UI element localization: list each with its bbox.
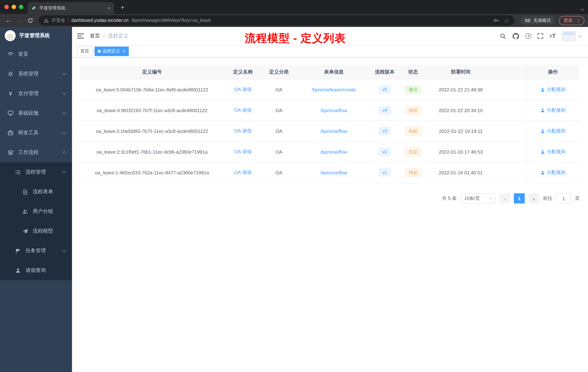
tab-close-icon[interactable]: × [108,5,111,11]
tab-search-icon[interactable] [581,5,584,12]
maximize-window-button[interactable] [19,5,23,9]
url-divider [68,18,69,23]
new-tab-button[interactable]: + [118,3,127,12]
definition-name-link[interactable]: OA 请假 [234,170,252,175]
sidebar-item-devtools[interactable]: 研发工具 [0,123,72,143]
tag-process-definition[interactable]: 流程定义 × [94,46,128,56]
definition-id: oa_leave:3:1fad3d93-7b75-11ec-a3c8-acde4… [79,128,225,134]
definition-category: OA [261,149,297,154]
definition-id: oa_leave:5:004b710b-7b8a-11ec-8ef0-acde4… [79,87,225,92]
assign-rule-link[interactable]: 分配规则 [540,107,566,114]
deploy-time: 2022-01-22 20:34:10 [428,108,494,113]
col-actions: 操作 [526,65,580,79]
logo-title: 芋道管理系统 [19,33,50,39]
back-button[interactable]: ← [4,16,13,25]
definition-name-link[interactable]: OA 请假 [234,87,252,92]
browser-tab[interactable]: 芋道管理系统 × [28,2,114,14]
deploy-time: 2022-01-16 01:40:51 [428,170,494,175]
sidebar-item-home[interactable]: 首页 [0,44,72,64]
help-icon[interactable]: ? [526,33,531,39]
sidebar-item-user-group[interactable]: 用户分组 [0,202,72,221]
breadcrumb-current: 流程定义 [108,33,128,39]
incognito-badge: 无痕模式 [520,16,555,25]
sidebar-item-process-manage[interactable]: 流程管理 [0,162,72,182]
page-number-current[interactable]: 1 [514,193,525,203]
next-page-button[interactable]: › [528,193,539,203]
sidebar-logo: 芋道管理系统 [0,27,72,44]
user-icon [540,170,545,175]
definition-name-link[interactable]: OA 请假 [234,107,252,113]
bookmark-star-icon[interactable]: ☆ [504,18,509,23]
user-group-icon [22,208,28,215]
form-info-link[interactable]: /bpm/oa/flow [320,128,347,134]
infrastructure-icon [7,110,14,117]
assign-rule-link[interactable]: 分配规则 [540,86,566,93]
tags-view-bar: 首页 流程定义 × [72,45,588,57]
minimize-window-button[interactable] [12,5,16,9]
breadcrumb-home[interactable]: 首页 [90,33,100,39]
tag-home[interactable]: 首页 [77,46,92,56]
chevron-down-icon [489,196,493,199]
form-info-link[interactable]: /bpm/oa/flow [320,108,347,113]
sidebar-item-payment[interactable]: ¥ 支付管理 [0,84,72,103]
chevron-up-icon [62,151,66,155]
page-content: 定义编号 定义名称 定义分类 表单信息 流程版本 状态 部署时间 操作 oa_l… [72,57,588,372]
tag-close-icon[interactable]: × [123,49,125,54]
version-tag: v4 [379,106,390,114]
sidebar-item-leave-query[interactable]: 请假查询 [0,261,72,280]
table-row: oa_leave:3:1fad3d93-7b75-11ec-a3c8-acde4… [79,121,580,142]
sidebar-item-system[interactable]: 系统管理 [0,64,72,84]
status-badge: 挂起 [405,147,421,156]
form-info-link[interactable]: /bpm/oa/leave/create [312,87,356,92]
incognito-label: 无痕模式 [534,17,551,23]
sidebar-item-workflow[interactable]: 工作流程 [0,143,72,162]
browser-menu-icon[interactable]: ⋮ [576,17,581,23]
tab-favicon-icon [31,5,36,11]
fullscreen-icon[interactable] [538,33,544,39]
definition-name-link[interactable]: OA 请假 [234,128,252,134]
yen-icon: ¥ [7,90,14,97]
assign-rule-link[interactable]: 分配规则 [540,128,566,134]
status-badge: 挂起 [405,168,421,177]
definition-name-link[interactable]: OA 请假 [234,149,252,154]
page-size-select[interactable]: 10条/页 [460,193,496,203]
assign-rule-link[interactable]: 分配规则 [540,169,566,176]
password-key-icon[interactable] [493,17,499,23]
reload-button[interactable] [25,16,35,25]
goto-page-input[interactable]: 1 [556,193,571,203]
search-icon[interactable] [500,33,506,39]
col-form-info: 表单信息 [297,69,371,75]
avatar-caret-down-icon[interactable] [578,34,582,37]
col-deploy-time: 部署时间 [428,69,494,75]
chevron-down-icon [62,111,66,114]
status-badge: 挂起 [405,127,421,136]
address-bar[interactable]: 不安全 dashboard.yudao.iocoder.cn /bpm/mana… [39,15,514,25]
sidebar-item-infrastructure[interactable]: 基础设施 [0,103,72,123]
definition-category: OA [261,128,297,134]
deploy-time: 2022-01-22 21:48:38 [428,87,494,92]
sidebar-item-process-model[interactable]: 流程模型 [0,221,72,241]
dashboard-icon [7,51,14,57]
version-tag: v1 [379,169,390,176]
table-row: oa_leave:2:3c1f0ef1-76b1-11ec-9c66-a2380… [79,142,580,162]
update-chrome-button[interactable]: 更新 ⋮ [559,16,584,25]
chevron-down-icon [62,91,66,95]
user-icon [540,108,545,113]
not-secure-label: 不安全 [52,17,65,23]
tab-strip: 芋道管理系统 × + [0,0,588,14]
process-manage-icon [15,169,21,175]
form-info-link[interactable]: /bpm/oa/flow [320,170,347,175]
user-avatar[interactable] [562,31,576,41]
github-icon[interactable] [513,33,519,40]
form-info-link[interactable]: /bpm/oa/flow [320,149,347,154]
form-icon [22,188,28,195]
chevron-down-icon [62,131,66,134]
sidebar-item-process-form[interactable]: 流程表单 [0,182,72,202]
font-size-icon[interactable]: TT [550,33,556,39]
assign-rule-link[interactable]: 分配规则 [540,149,566,155]
version-tag: v2 [379,148,390,156]
close-window-button[interactable] [4,5,9,9]
status-badge: 挂起 [405,106,421,115]
sidebar-item-task-manage[interactable]: 任务管理 [0,241,72,261]
collapse-sidebar-icon[interactable] [77,33,84,39]
